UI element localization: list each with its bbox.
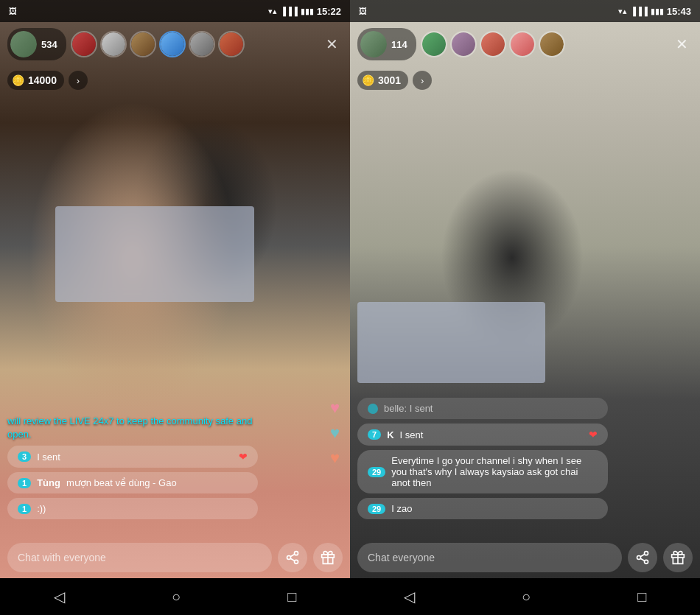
left-coins-pill: 🪙 14000 — [7, 71, 64, 90]
right-avatar-2[interactable] — [450, 31, 477, 57]
left-status-icons: ▾▴ ▐▐▐ ▮▮▮ 15:22 — [268, 6, 341, 17]
left-avatar-2[interactable] — [100, 31, 127, 57]
svg-point-1 — [287, 556, 291, 560]
left-recent-button[interactable]: □ — [287, 588, 296, 605]
right-chat-bubble-2: 29 Everytime I go your channel i shy whe… — [357, 450, 608, 493]
left-nav-bar: ◁ ○ □ — [0, 578, 350, 615]
left-gift-icon — [321, 550, 335, 565]
right-privacy-blur — [357, 302, 545, 383]
left-home-button[interactable]: ○ — [172, 588, 181, 605]
right-viewer-count: 114 — [391, 39, 407, 50]
right-gift-icon — [671, 550, 685, 565]
svg-line-10 — [640, 558, 645, 560]
right-phone-screen: 🖼 ▾▴ ▐▐▐ ▮▮▮ 15:43 114 — [350, 0, 700, 615]
svg-point-7 — [645, 552, 648, 555]
right-nav-bar: ◁ ○ □ — [350, 578, 700, 615]
right-recent-button[interactable]: □ — [637, 588, 646, 605]
left-heart-icon-1: ❤ — [239, 451, 248, 463]
right-host-avatar-img — [360, 31, 387, 57]
left-privacy-blur — [55, 206, 254, 302]
left-username-2: Tùng — [37, 477, 60, 488]
right-avatar-4[interactable] — [509, 31, 536, 57]
right-battery-icon: ▮▮▮ — [651, 7, 664, 16]
svg-line-11 — [640, 554, 645, 556]
right-chat-text-3: I zao — [391, 503, 598, 514]
left-chat-bubble-3: 1 :)) — [7, 498, 258, 519]
right-prev-indicator — [368, 404, 378, 414]
right-coins-pill: 🪙 3001 — [357, 71, 408, 90]
right-bottom-bar: Chat everyone — [350, 537, 700, 578]
left-coins-bar: 🪙 14000 › — [7, 71, 88, 90]
right-badge-2: 29 — [368, 467, 385, 477]
right-top-bar: 114 ✕ — [350, 22, 700, 66]
left-time: 15:22 — [317, 6, 341, 17]
right-status-icons: ▾▴ ▐▐▐ ▮▮▮ 15:43 — [618, 6, 691, 17]
left-wifi-icon: ▾▴ — [268, 7, 277, 16]
right-back-button[interactable]: ◁ — [404, 588, 415, 605]
right-avatar-3[interactable] — [480, 31, 506, 57]
left-avatar-6-img — [220, 32, 243, 56]
left-image-icon: 🖼 — [9, 7, 17, 15]
right-chat-text-1: I sent — [400, 429, 583, 440]
left-chat-input[interactable]: Chat with everyone — [7, 543, 272, 572]
right-gift-button[interactable] — [663, 543, 693, 572]
right-avatar-1[interactable] — [421, 31, 447, 57]
svg-line-3 — [290, 558, 295, 560]
right-chat-placeholder: Chat everyone — [368, 552, 435, 563]
svg-point-8 — [637, 556, 641, 560]
left-host-info: 534 — [7, 28, 66, 60]
right-chat-text-2: Everytime I go your channel i shy when I… — [391, 455, 598, 488]
right-heart-icon-1: ❤ — [589, 429, 598, 440]
right-chat-input[interactable]: Chat everyone — [357, 543, 622, 572]
left-chat-bubble-2: 1 Tùng mượn beat về dùng - Gao — [7, 472, 258, 493]
left-avatar-6[interactable] — [218, 31, 245, 57]
left-avatar-3[interactable] — [130, 31, 156, 57]
left-coins-arrow[interactable]: › — [69, 71, 88, 90]
right-coins-arrow[interactable]: › — [413, 71, 432, 90]
right-avatar-list — [421, 31, 666, 57]
left-avatar-list — [71, 31, 316, 57]
left-top-bar: 534 ✕ — [0, 22, 350, 66]
right-coin-icon: 🪙 — [362, 74, 374, 86]
left-bottom-bar: Chat with everyone — [0, 537, 350, 578]
left-avatar-1-img — [72, 32, 96, 56]
left-back-button[interactable]: ◁ — [54, 588, 65, 605]
left-avatar-5-img — [190, 32, 214, 56]
left-share-icon — [285, 550, 300, 565]
right-share-button[interactable] — [628, 543, 657, 572]
left-signal-icon: ▐▐▐ — [280, 7, 297, 15]
left-badge-1: 3 — [18, 451, 31, 462]
left-host-avatar-img — [10, 31, 37, 57]
left-badge-2: 1 — [18, 478, 31, 488]
left-phone-screen: 🖼 ▾▴ ▐▐▐ ▮▮▮ 15:22 534 — [0, 0, 350, 615]
left-avatar-4[interactable] — [159, 31, 186, 57]
left-chat-area: will review the LIVE 24x7 to keep the co… — [0, 415, 350, 519]
left-avatar-1[interactable] — [71, 31, 97, 57]
left-coin-amount: 14000 — [28, 74, 57, 86]
left-status-left: 🖼 — [9, 7, 17, 15]
right-time: 15:43 — [667, 6, 691, 17]
right-image-icon: 🖼 — [359, 7, 367, 15]
left-badge-3: 1 — [18, 504, 31, 514]
right-username-1: K — [387, 429, 393, 440]
right-avatar-4-img — [511, 32, 534, 56]
left-status-bar: 🖼 ▾▴ ▐▐▐ ▮▮▮ 15:22 — [0, 0, 350, 22]
right-chat-bubble-0: belle: I sent — [357, 398, 608, 419]
left-share-button[interactable] — [278, 543, 307, 572]
right-status-left: 🖼 — [359, 7, 367, 15]
right-home-button[interactable]: ○ — [522, 588, 531, 605]
left-avatar-5[interactable] — [189, 31, 215, 57]
svg-point-0 — [295, 552, 298, 555]
left-viewer-count: 534 — [41, 39, 57, 50]
left-close-button[interactable]: ✕ — [321, 33, 343, 55]
svg-line-4 — [290, 554, 295, 556]
right-badge-1: 7 — [368, 429, 381, 440]
right-avatar-5[interactable] — [539, 31, 565, 57]
right-close-button[interactable]: ✕ — [671, 33, 693, 55]
right-avatar-2-img — [452, 32, 475, 56]
left-gift-button[interactable] — [313, 543, 343, 572]
left-system-message: will review the LIVE 24x7 to keep the co… — [7, 415, 258, 441]
right-share-icon — [635, 550, 650, 565]
right-chat-area: belle: I sent 7 K I sent ❤ 29 Everytime … — [350, 398, 700, 519]
right-coin-amount: 3001 — [378, 74, 401, 86]
